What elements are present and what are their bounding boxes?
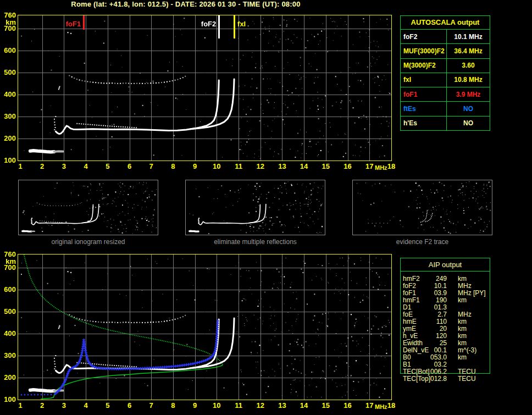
y-tick-label: 400: [1, 91, 16, 98]
panel-canvas-eliminate-reflections: [186, 180, 325, 235]
x-tick-label: 7: [144, 163, 158, 170]
param-value: 10.1 MHz: [447, 33, 490, 41]
fxi-marker-label: fxI: [237, 20, 259, 27]
y-tick-label: 200: [1, 374, 16, 381]
param-value: NO: [447, 119, 490, 127]
x-tick-label: 15: [319, 402, 333, 409]
autoscala-output-table: AUTOSCALA output foF210.1 MHzMUF(3000)F2…: [400, 15, 490, 131]
param-label: h'Es: [401, 117, 447, 130]
panel-caption-original-ionogram: original ionogram resized: [18, 238, 158, 246]
autoscala-row-fof2: foF210.1 MHz: [401, 30, 490, 44]
param-label: foF1: [401, 87, 447, 101]
param-label: M(3000)F2: [401, 59, 447, 73]
x-axis-unit-mhz: MHz: [375, 404, 387, 410]
y-tick-label: 500: [1, 308, 16, 315]
y-axis-unit-km: km: [1, 19, 16, 26]
x-tick-label: 15: [319, 163, 333, 170]
param-unit: km: [458, 354, 467, 361]
x-tick-label: 3: [57, 163, 71, 170]
x-tick-label: 12: [253, 163, 268, 170]
y-tick-label: 300: [1, 352, 16, 359]
x-tick-label: 2: [35, 402, 49, 409]
x-tick-label: 9: [188, 402, 202, 409]
y-tick-label: 200: [1, 135, 16, 142]
param-value: NO: [447, 105, 490, 113]
y-tick-label: 600: [1, 286, 16, 293]
x-tick-label: 1: [13, 163, 27, 170]
param-value: 10.8 MHz: [447, 76, 490, 84]
y-tick-label: 400: [1, 330, 16, 337]
fof2-marker-label: foF2: [194, 20, 216, 27]
x-tick-label: 7: [144, 402, 158, 409]
x-tick-label: 11: [231, 402, 246, 409]
param-value: 3.9 MHz: [447, 91, 490, 98]
x-tick-label: 6: [123, 402, 137, 409]
x-tick-label: 1: [13, 402, 27, 409]
x-tick-label: 4: [79, 163, 93, 170]
x-tick-label: 13: [275, 402, 289, 409]
panel-canvas-evidence-f2-trace: [353, 180, 492, 235]
param-label: MUF(3000)F2: [401, 44, 447, 58]
autoscala-table-rows: foF210.1 MHzMUF(3000)F236.4 MHzM(3000)F2…: [401, 30, 490, 130]
x-tick-label: 5: [101, 402, 115, 409]
autoscala-row-muf3000f2: MUF(3000)F236.4 MHz: [401, 44, 490, 58]
x-tick-label: 6: [123, 163, 137, 170]
param-value: 012.8: [418, 375, 447, 383]
param-note: [PY]: [473, 290, 486, 297]
fof2-marker-line: [218, 15, 220, 38]
autoscala-row-fxi: fxI10.8 MHz: [401, 73, 490, 87]
x-tick-label: 12: [253, 402, 268, 409]
param-value: 36.4 MHz: [447, 47, 490, 55]
param-unit: TECU: [458, 375, 476, 383]
x-tick-label: 10: [209, 163, 224, 170]
x-tick-label: 13: [275, 163, 289, 170]
x-tick-label: 11: [231, 163, 246, 170]
x-tick-label: 10: [209, 402, 224, 409]
autoscala-row-m3000f2: M(3000)F23.60: [401, 59, 490, 73]
x-tick-label: 16: [341, 402, 355, 409]
panel-caption-evidence-f2-trace: evidence F2 trace: [352, 238, 492, 246]
x-tick-label: 16: [341, 163, 355, 170]
x-tick-label: 8: [166, 402, 180, 409]
fof1-marker-line: [83, 15, 85, 30]
y-tick-label: 600: [1, 47, 16, 54]
panel-caption-eliminate-reflections: eliminate multiple reflections: [185, 238, 325, 246]
autoscala-row-hes: h'EsNO: [401, 117, 490, 130]
page-title: Rome (lat: +41.8, lon: 012.5) - DATE: 20…: [0, 0, 372, 8]
y-tick-label: 500: [1, 69, 16, 76]
x-tick-label: 14: [297, 163, 311, 170]
x-tick-label: 2: [35, 163, 49, 170]
autoscala-row-fof1: foF13.9 MHz: [401, 87, 490, 102]
top-ionogram-canvas: [18, 15, 391, 161]
fxi-marker-line: [234, 15, 235, 38]
param-label: fxI: [401, 73, 447, 87]
y-tick-label: 300: [1, 113, 16, 120]
aip-row-tectop: TEC[Top]012.8TECU: [403, 375, 488, 383]
autoscala-row-ftes: ftEsNO: [401, 102, 490, 116]
x-tick-label: 4: [79, 402, 93, 409]
aip-table-header: AIP output: [401, 258, 490, 272]
panel-canvas-original-ionogram: [19, 180, 158, 235]
autoscala-app-window: Rome (lat: +41.8, lon: 012.5) - DATE: 20…: [0, 0, 532, 415]
x-tick-label: 8: [166, 163, 180, 170]
autoscala-table-header: AUTOSCALA output: [401, 16, 490, 30]
y-axis-unit-km: km: [1, 258, 16, 265]
bottom-ionogram-canvas: [18, 254, 391, 400]
x-tick-label: 14: [297, 402, 311, 409]
fof1-marker-label: foF1: [59, 20, 81, 27]
param-unit: km: [458, 297, 467, 304]
param-label: ftEs: [401, 102, 447, 115]
x-tick-label: 9: [188, 163, 202, 170]
x-tick-label: 5: [101, 163, 115, 170]
x-axis-unit-mhz: MHz: [375, 165, 387, 171]
x-tick-label: 3: [57, 402, 71, 409]
param-value: 3.60: [447, 62, 490, 69]
param-label: foF2: [401, 30, 447, 43]
